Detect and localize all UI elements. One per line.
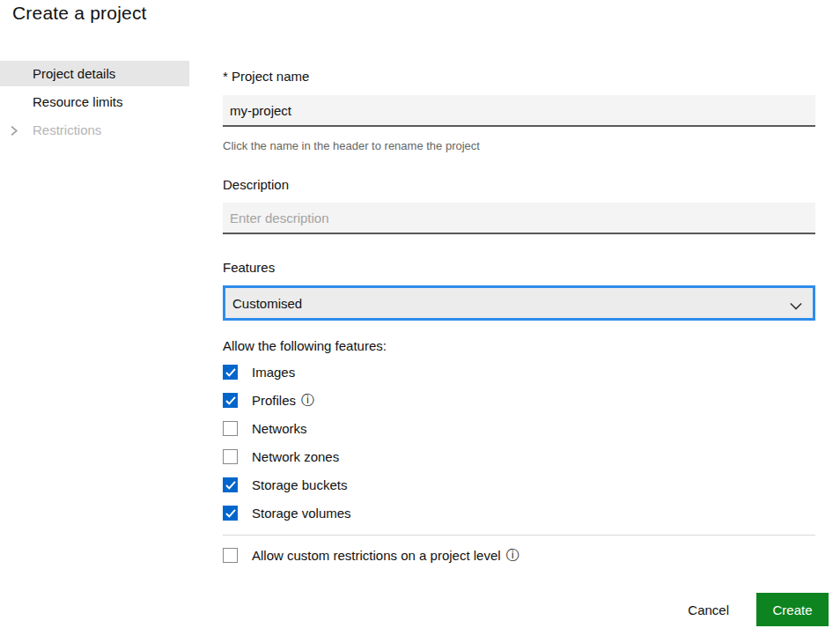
feature-row-profiles: Profiles ⓘ <box>223 393 314 408</box>
images-checkbox[interactable] <box>223 365 238 380</box>
features-select-value: Customised <box>232 296 302 311</box>
checkbox-label[interactable]: Allow custom restrictions on a project l… <box>252 548 519 563</box>
info-icon[interactable]: ⓘ <box>506 549 519 562</box>
chevron-right-icon[interactable] <box>8 124 19 136</box>
create-button[interactable]: Create <box>756 593 829 626</box>
checkbox-label[interactable]: Profiles ⓘ <box>252 393 314 408</box>
network-zones-checkbox[interactable] <box>223 449 238 464</box>
project-name-input[interactable] <box>223 95 815 127</box>
form-footer: Cancel Create <box>688 593 829 626</box>
storage-buckets-checkbox[interactable] <box>223 477 238 492</box>
features-group-heading: Allow the following features: <box>223 338 387 353</box>
features-label: Features <box>223 260 275 275</box>
sidebar-item-restrictions[interactable]: Restrictions <box>0 117 189 143</box>
storage-volumes-checkbox[interactable] <box>223 506 238 521</box>
description-input[interactable] <box>223 203 815 234</box>
checkbox-label[interactable]: Storage buckets <box>252 477 347 492</box>
profiles-checkbox[interactable] <box>223 393 238 408</box>
checkbox-label[interactable]: Networks <box>252 421 307 436</box>
chevron-down-icon <box>790 299 802 307</box>
features-select[interactable]: Customised <box>223 285 815 321</box>
sidebar-item-project-details[interactable]: Project details <box>0 61 189 86</box>
feature-row-network-zones: Network zones <box>223 449 339 464</box>
custom-restrictions-checkbox[interactable] <box>223 548 238 563</box>
sidebar-item-label: Restrictions <box>33 122 101 137</box>
description-label: Description <box>223 177 289 192</box>
feature-row-storage-buckets: Storage buckets <box>223 477 347 492</box>
project-name-help: Click the name in the header to rename t… <box>223 139 480 152</box>
feature-row-storage-volumes: Storage volumes <box>223 506 351 521</box>
project-name-label: * Project name <box>223 69 309 84</box>
checkbox-label[interactable]: Network zones <box>252 449 339 464</box>
info-icon[interactable]: ⓘ <box>301 394 314 407</box>
page-title: Create a project <box>12 3 147 24</box>
sidebar-item-label: Resource limits <box>33 94 123 109</box>
sidebar-item-resource-limits[interactable]: Resource limits <box>0 89 189 115</box>
section-divider <box>223 535 815 536</box>
sidebar-item-label: Project details <box>33 66 115 81</box>
custom-restrictions-row: Allow custom restrictions on a project l… <box>223 548 519 563</box>
checkbox-label[interactable]: Images <box>252 365 295 380</box>
cancel-button[interactable]: Cancel <box>688 602 729 617</box>
form-nav-sidebar: Project details Resource limits Restrict… <box>0 61 189 145</box>
feature-row-networks: Networks <box>223 421 307 436</box>
checkbox-label[interactable]: Storage volumes <box>252 506 351 521</box>
networks-checkbox[interactable] <box>223 421 238 436</box>
feature-row-images: Images <box>223 365 295 380</box>
